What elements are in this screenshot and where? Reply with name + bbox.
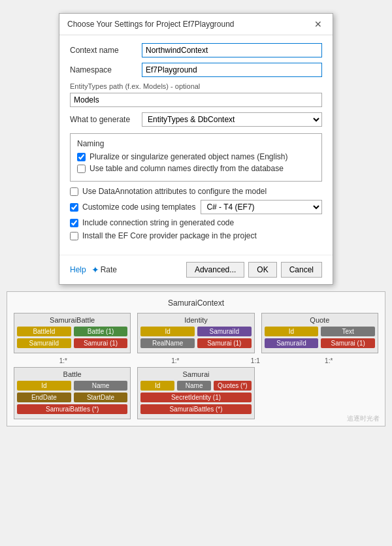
field-id-battle: Id <box>17 381 71 391</box>
field-name-samurai: Name <box>177 381 211 391</box>
field-quotes-samurai: Quotes (*) <box>214 381 252 391</box>
field-samuraiid-quote: SamuraiId <box>265 338 319 348</box>
use-table-names-checkbox[interactable] <box>77 165 86 173</box>
field-name-battle: Name <box>74 381 128 391</box>
what-to-generate-label: What to generate <box>70 115 142 124</box>
field-samurai1-sb: Samurai (1) <box>74 338 128 348</box>
customize-code-row: Customize code using templates C# - T4 (… <box>70 200 322 214</box>
erd-identity: Identity Id SamuraiId RealName Samurai (… <box>137 313 254 353</box>
erd-samurai-battle-row2: SamuraiId Samurai (1) <box>17 338 127 348</box>
field-id-identity: Id <box>140 327 195 336</box>
erd-identity-row2: RealName Samurai (1) <box>140 338 251 348</box>
settings-dialog: Choose Your Settings for Project Ef7Play… <box>59 13 333 285</box>
erd-samurai-row3: SamuraiBattles (*) <box>140 404 251 414</box>
pluralize-checkbox[interactable] <box>77 153 86 161</box>
field-id-samurai: Id <box>140 381 174 391</box>
field-text-quote: Text <box>321 327 375 336</box>
erd-samurai-battle: SamuraiBattle BattleId Battle (1) Samura… <box>14 313 131 353</box>
erd-samurai-title: Samurai <box>140 370 251 378</box>
close-button[interactable]: ✕ <box>312 19 325 29</box>
field-samuraibattles-battle: SamuraiBattles (*) <box>17 404 127 414</box>
field-id-quote: Id <box>265 327 319 336</box>
erd-battle: Battle Id Name EndDate StartDate Samurai… <box>14 367 131 419</box>
field-battleid: BattleId <box>17 327 71 336</box>
namespace-row: Namespace <box>70 63 322 77</box>
help-link[interactable]: Help <box>70 265 86 274</box>
dialog-footer: Help ✦ Rate Advanced... OK Cancel <box>59 255 333 284</box>
erd-battle-row3: SamuraiBattles (*) <box>17 404 127 414</box>
watermark: 追逐时光者 <box>347 414 380 423</box>
field-samurai1-identity: Samurai (1) <box>197 338 252 348</box>
entity-types-input[interactable] <box>70 93 322 107</box>
dialog-title-bar: Choose Your Settings for Project Ef7Play… <box>59 14 333 35</box>
erd-empty-col <box>261 367 378 419</box>
context-name-label: Context name <box>70 46 142 55</box>
erd-quote: Quote Id Text SamuraiId Samurai (1) <box>261 313 378 353</box>
customize-code-checkbox[interactable] <box>70 203 78 212</box>
what-to-generate-select[interactable]: EntityTypes & DbContext EntityTypes only… <box>142 112 322 127</box>
star-icon: ✦ <box>91 265 99 275</box>
include-connection-row: Include connection string in generated c… <box>70 218 322 227</box>
install-ef-label: Install the EF Core provider package in … <box>82 231 257 240</box>
rel-label-4: 1:* <box>325 357 333 364</box>
erd-samurai-battle-title: SamuraiBattle <box>17 316 127 324</box>
data-annotation-label: Use DataAnnotation attributes to configu… <box>82 187 267 196</box>
use-table-names-row: Use table and column names directly from… <box>77 164 315 173</box>
entity-types-section: EntityTypes path (f.ex. Models) - option… <box>70 82 322 112</box>
erd-quote-row1: Id Text <box>265 327 375 336</box>
rel-label-1: 1:* <box>59 357 67 364</box>
field-realname: RealName <box>140 338 195 348</box>
customize-code-label: Customize code using templates <box>82 202 195 212</box>
field-enddate: EndDate <box>17 393 71 402</box>
naming-group-title: Naming <box>77 139 315 148</box>
what-to-generate-row: What to generate EntityTypes & DbContext… <box>70 112 322 127</box>
erd-context-title: SamuraiContext <box>14 298 378 308</box>
customize-code-select[interactable]: C# - T4 (EF7) C# - Handlebars <box>201 200 322 214</box>
naming-group: Naming Pluralize or singularize generate… <box>70 133 322 182</box>
cancel-button[interactable]: Cancel <box>281 262 322 278</box>
erd-quote-title: Quote <box>265 316 375 324</box>
field-startdate: StartDate <box>74 393 128 402</box>
erd-samurai: Samurai Id Name Quotes (*) SecretIdentit… <box>137 367 254 419</box>
context-name-row: Context name <box>70 43 322 57</box>
pluralize-label: Pluralize or singularize generated objec… <box>90 152 288 161</box>
erd-identity-row1: Id SamuraiId <box>140 327 251 336</box>
rate-section: ✦ Rate <box>91 265 117 275</box>
rel-label-2: 1:* <box>171 357 179 364</box>
dialog-body: Context name Namespace EntityTypes path … <box>59 35 333 252</box>
erd-battle-row2: EndDate StartDate <box>17 393 127 402</box>
install-ef-checkbox[interactable] <box>70 232 78 240</box>
rel-label-3: 1:1 <box>251 357 260 364</box>
use-table-names-label: Use table and column names directly from… <box>90 164 284 173</box>
field-samuraibattles-samurai: SamuraiBattles (*) <box>140 404 251 414</box>
ok-button[interactable]: OK <box>248 262 276 278</box>
field-samurai1-quote: Samurai (1) <box>321 338 375 348</box>
field-samuraiid-identity: SamuraiId <box>197 327 252 336</box>
rate-label: Rate <box>101 265 117 274</box>
namespace-label: Namespace <box>70 65 142 74</box>
include-connection-label: Include connection string in generated c… <box>82 218 234 227</box>
erd-diagram: SamuraiContext SamuraiBattle BattleId Ba… <box>7 291 385 426</box>
erd-samurai-row1: Id Name Quotes (*) <box>140 381 251 391</box>
advanced-button[interactable]: Advanced... <box>186 262 244 278</box>
field-samuraiid-sb: SamuraiId <box>17 338 71 348</box>
erd-identity-title: Identity <box>140 316 251 324</box>
erd-battle-row1: Id Name <box>17 381 127 391</box>
namespace-input[interactable] <box>142 63 322 77</box>
erd-battle-title: Battle <box>17 370 127 378</box>
field-battle1: Battle (1) <box>74 327 128 336</box>
erd-samurai-row2: SecretIdentity (1) <box>140 393 251 402</box>
pluralize-row: Pluralize or singularize generated objec… <box>77 152 315 161</box>
data-annotation-row: Use DataAnnotation attributes to configu… <box>70 187 322 196</box>
erd-quote-row2: SamuraiId Samurai (1) <box>265 338 375 348</box>
erd-samurai-battle-row1: BattleId Battle (1) <box>17 327 127 336</box>
data-annotation-checkbox[interactable] <box>70 187 78 196</box>
context-name-input[interactable] <box>142 43 322 57</box>
install-ef-row: Install the EF Core provider package in … <box>70 231 322 240</box>
include-connection-checkbox[interactable] <box>70 219 78 227</box>
entity-types-label: EntityTypes path (f.ex. Models) - option… <box>70 82 322 90</box>
dialog-title: Choose Your Settings for Project Ef7Play… <box>67 20 235 29</box>
field-secretidentity: SecretIdentity (1) <box>140 393 251 402</box>
